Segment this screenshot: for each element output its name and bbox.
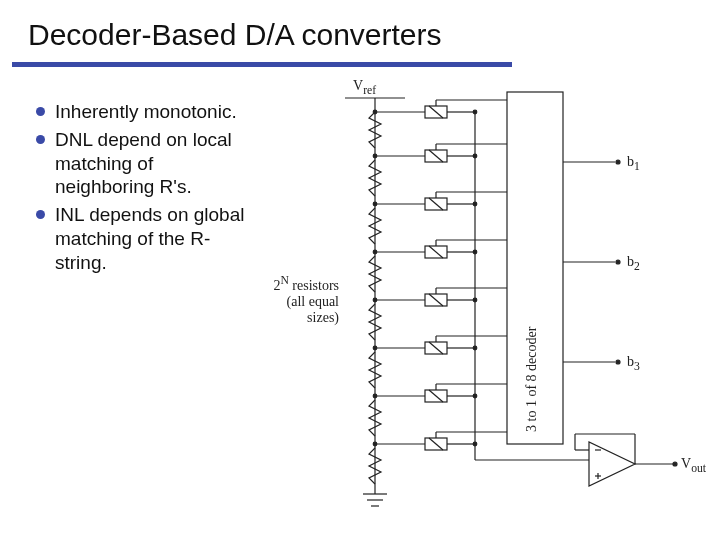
svg-line-21 [429, 198, 443, 210]
svg-point-53 [473, 394, 477, 398]
circuit-diagram: Vref 2N resistors (all equal sizes) 3 to… [275, 82, 715, 522]
svg-point-61 [373, 394, 377, 398]
svg-point-73 [616, 160, 620, 164]
bullet-icon [36, 107, 45, 116]
svg-line-15 [429, 106, 443, 118]
svg-point-60 [373, 346, 377, 350]
svg-line-18 [429, 150, 443, 162]
svg-point-55 [373, 110, 377, 114]
svg-line-30 [429, 342, 443, 354]
bullet-text: INL depends on global matching of the R-… [55, 203, 246, 274]
bullet-icon [36, 135, 45, 144]
svg-line-33 [429, 390, 443, 402]
svg-point-49 [473, 202, 477, 206]
svg-point-48 [473, 154, 477, 158]
svg-point-58 [373, 250, 377, 254]
svg-line-36 [429, 438, 443, 450]
svg-point-87 [673, 462, 677, 466]
svg-point-47 [473, 110, 477, 114]
svg-point-52 [473, 346, 477, 350]
svg-point-77 [616, 360, 620, 364]
bullet-icon [36, 210, 45, 219]
b2-label: b2 [627, 254, 640, 273]
b1-label: b1 [627, 154, 640, 173]
slide-title: Decoder-Based D/A converters [28, 18, 442, 52]
svg-line-24 [429, 246, 443, 258]
decoder-label: 3 to 1 of 8 decoder [524, 102, 540, 432]
bullet-list: Inherently monotonic. DNL depend on loca… [36, 100, 246, 278]
svg-point-57 [373, 202, 377, 206]
svg-point-62 [373, 442, 377, 446]
b3-label: b3 [627, 354, 640, 373]
bullet-text: Inherently monotonic. [55, 100, 237, 124]
svg-line-27 [429, 294, 443, 306]
svg-point-51 [473, 298, 477, 302]
svg-point-50 [473, 250, 477, 254]
vout-label: Vout [681, 456, 706, 475]
list-item: Inherently monotonic. [36, 100, 246, 124]
svg-point-54 [473, 442, 477, 446]
svg-point-75 [616, 260, 620, 264]
vref-label: Vref [353, 78, 376, 97]
title-underline [12, 62, 512, 67]
svg-point-56 [373, 154, 377, 158]
list-item: DNL depend on local matching of neighbor… [36, 128, 246, 199]
svg-point-59 [373, 298, 377, 302]
list-item: INL depends on global matching of the R-… [36, 203, 246, 274]
resistor-note: 2N resistors (all equal sizes) [265, 274, 339, 326]
bullet-text: DNL depend on local matching of neighbor… [55, 128, 246, 199]
